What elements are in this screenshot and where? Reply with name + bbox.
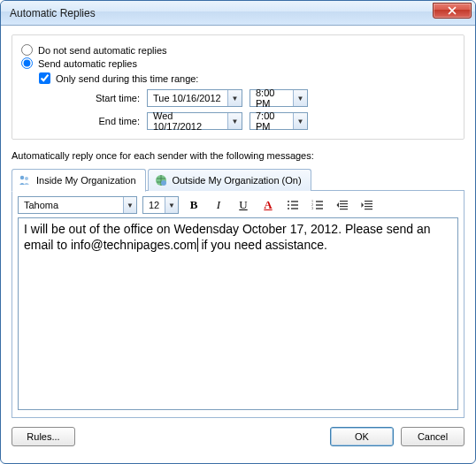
bullet-list-button[interactable] — [283, 196, 303, 214]
end-date-value: Wed 10/17/2012 — [148, 110, 227, 132]
svg-point-0 — [20, 176, 24, 179]
svg-rect-20 — [365, 201, 372, 202]
checkbox-time-range-input[interactable] — [39, 72, 50, 84]
svg-point-6 — [288, 204, 289, 206]
radio-send-label: Send automatic replies — [38, 58, 137, 69]
message-text-after: if you need assistance. — [198, 238, 327, 252]
tab-inside-label: Inside My Organization — [36, 175, 136, 186]
chevron-down-icon: ▼ — [293, 113, 307, 129]
svg-point-4 — [288, 201, 289, 202]
chevron-down-icon: ▼ — [165, 197, 178, 213]
window-title: Automatic Replies — [10, 7, 96, 19]
bold-button[interactable]: B — [184, 196, 203, 214]
svg-rect-21 — [365, 203, 372, 204]
svg-rect-16 — [340, 201, 348, 202]
svg-text:3: 3 — [311, 206, 313, 210]
start-time-label: Start time: — [69, 93, 140, 103]
section-label: Automatically reply once for each sender… — [12, 150, 464, 161]
ok-button[interactable]: OK — [330, 427, 394, 446]
svg-rect-7 — [291, 204, 298, 205]
increase-indent-button[interactable] — [357, 196, 377, 214]
font-size-combo[interactable]: 12 ▼ — [142, 196, 179, 214]
radio-do-not-send[interactable]: Do not send automatic replies — [21, 44, 455, 56]
svg-rect-18 — [340, 206, 348, 207]
radio-send[interactable]: Send automatic replies — [21, 57, 455, 69]
checkbox-time-range-label: Only send during this time range: — [56, 73, 198, 84]
svg-rect-11 — [316, 201, 323, 202]
svg-rect-17 — [340, 203, 348, 204]
svg-rect-22 — [365, 206, 372, 207]
svg-rect-23 — [365, 209, 372, 209]
globe-people-icon — [154, 173, 168, 187]
svg-rect-19 — [340, 209, 348, 209]
svg-rect-9 — [291, 208, 298, 209]
tab-outside-org[interactable]: Outside My Organization (On) — [148, 169, 311, 191]
radio-do-not-send-label: Do not send automatic replies — [38, 45, 167, 56]
tab-outside-label: Outside My Organization (On) — [173, 175, 302, 186]
font-color-button[interactable]: A — [258, 196, 278, 214]
rules-button[interactable]: Rules... — [12, 427, 75, 446]
font-family-combo[interactable]: Tahoma ▼ — [18, 196, 137, 214]
end-time-value: 7:00 PM — [250, 110, 293, 132]
end-time-combo[interactable]: 7:00 PM ▼ — [250, 112, 308, 130]
svg-point-1 — [25, 177, 28, 180]
svg-rect-13 — [316, 204, 323, 205]
chevron-down-icon: ▼ — [123, 197, 136, 213]
people-inside-icon — [18, 173, 32, 187]
svg-point-8 — [288, 208, 289, 209]
end-date-combo[interactable]: Wed 10/17/2012 ▼ — [147, 112, 242, 130]
decrease-indent-button[interactable] — [333, 196, 352, 214]
chevron-down-icon: ▼ — [293, 90, 307, 106]
font-size-value: 12 — [143, 200, 165, 210]
numbered-list-button[interactable]: 123 — [308, 196, 327, 214]
tab-inside-org[interactable]: Inside My Organization — [12, 169, 146, 192]
message-editor[interactable]: I will be out of the office on Wedensday… — [18, 217, 458, 410]
svg-point-3 — [161, 180, 166, 186]
italic-button[interactable]: I — [209, 196, 228, 214]
start-date-combo[interactable]: Tue 10/16/2012 ▼ — [147, 89, 242, 107]
end-time-label: End time: — [69, 116, 140, 126]
radio-do-not-send-input[interactable] — [21, 44, 33, 56]
underline-button[interactable]: U — [234, 196, 253, 214]
chevron-down-icon: ▼ — [227, 90, 242, 106]
svg-rect-5 — [291, 201, 298, 202]
close-button[interactable] — [433, 3, 472, 19]
svg-rect-15 — [316, 208, 323, 209]
font-family-value: Tahoma — [19, 200, 123, 210]
chevron-down-icon: ▼ — [227, 113, 242, 129]
start-time-combo[interactable]: 8:00 PM ▼ — [250, 89, 308, 107]
close-icon — [448, 6, 457, 15]
cancel-button[interactable]: Cancel — [401, 427, 464, 446]
radio-send-input[interactable] — [21, 57, 33, 69]
checkbox-time-range[interactable]: Only send during this time range: — [39, 72, 455, 84]
start-time-value: 8:00 PM — [250, 87, 293, 109]
start-date-value: Tue 10/16/2012 — [148, 93, 227, 103]
